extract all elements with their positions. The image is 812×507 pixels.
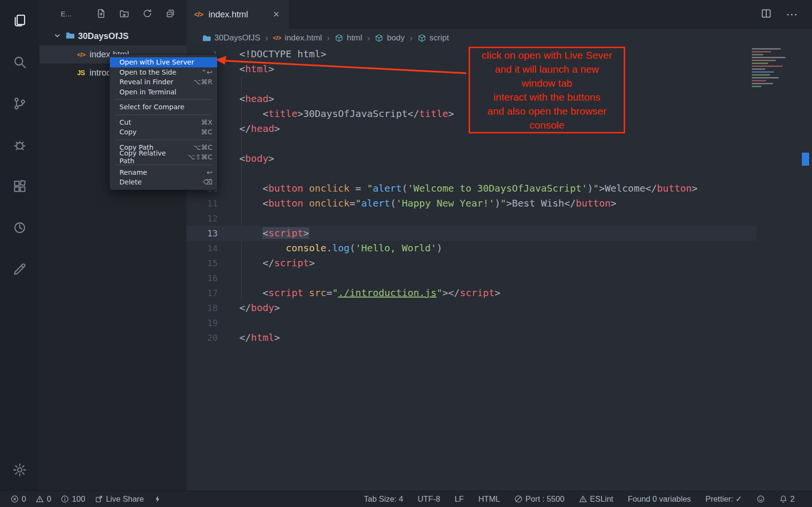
- code-line-9[interactable]: 9: [186, 166, 757, 181]
- collapse-all-icon[interactable]: [165, 8, 176, 19]
- code-line-13[interactable]: 13 <script>: [186, 226, 757, 241]
- minimap[interactable]: [752, 48, 798, 89]
- folder-row-30daysofjs[interactable]: 30DaysOfJS: [39, 27, 186, 45]
- status-item-live-share[interactable]: Live Share: [95, 494, 144, 504]
- extensions-icon[interactable]: [0, 166, 39, 207]
- menu-item-open-with-live-server[interactable]: Open with Live Server: [110, 57, 217, 67]
- timeline-icon[interactable]: [0, 207, 39, 248]
- menu-separator: [115, 99, 212, 100]
- minimap-line: [752, 60, 776, 61]
- code-line-14[interactable]: 14 console.log('Hello, World'): [186, 241, 757, 256]
- code-text: <button onclick = "alert('Welcome to 30D…: [218, 181, 697, 196]
- split-editor-icon[interactable]: [761, 8, 772, 21]
- code-line-12[interactable]: 12: [186, 211, 757, 226]
- menu-item-shortcut: ⌥⇧⌘C: [187, 153, 212, 161]
- line-number: 18: [186, 300, 218, 315]
- settings-gear-icon[interactable]: [0, 449, 39, 491]
- status-item-lf[interactable]: LF: [455, 494, 464, 504]
- files-icon[interactable]: [0, 0, 39, 41]
- code-line-19[interactable]: 19: [186, 315, 757, 330]
- menu-item-copy[interactable]: Copy⌘C: [110, 127, 217, 137]
- menu-item-select-for-compare[interactable]: Select for Compare: [110, 102, 217, 112]
- breadcrumb-item-index-html[interactable]: </>index.html: [273, 33, 322, 43]
- code-text: </head>: [218, 121, 280, 136]
- menu-item-open-to-the-side[interactable]: Open to the Side⌃↩: [110, 67, 217, 78]
- menu-item-shortcut: ⌘X: [201, 118, 212, 126]
- status-label: 2: [790, 494, 795, 504]
- menu-item-rename[interactable]: Rename↩: [110, 168, 217, 178]
- breadcrumb-label: html: [347, 33, 362, 43]
- status-item-utf-8[interactable]: UTF-8: [418, 494, 440, 504]
- code-text: <html>: [218, 62, 274, 77]
- menu-item-shortcut: ⌫: [203, 178, 212, 186]
- status-item-eslint[interactable]: ESLint: [579, 494, 614, 504]
- warning-icon: [579, 495, 587, 503]
- breadcrumb-item-30daysofjs[interactable]: 30DaysOfJS: [202, 33, 260, 43]
- minimap-line: [752, 51, 771, 52]
- code-line-10[interactable]: 10 <button onclick = "alert('Welcome to …: [186, 181, 757, 196]
- line-number: 20: [186, 330, 218, 345]
- tab-label: index.html: [209, 10, 248, 20]
- status-label: 0: [22, 494, 26, 504]
- new-folder-icon[interactable]: [119, 8, 130, 19]
- refresh-icon[interactable]: [142, 8, 153, 19]
- feedback-icon[interactable]: [0, 248, 39, 290]
- code-line-15[interactable]: 15 </script>: [186, 256, 757, 271]
- cube-icon: [418, 34, 426, 42]
- status-item-0[interactable]: 0: [36, 494, 51, 504]
- breadcrumb-item-body[interactable]: body: [375, 33, 405, 43]
- code-text: [218, 271, 239, 286]
- code-line-11[interactable]: 11 <button onclick="alert('Happy New Yea…: [186, 196, 757, 211]
- js-file-icon: JS: [77, 69, 90, 77]
- code-line-17[interactable]: 17 <script src="./introduction.js"></scr…: [186, 286, 757, 300]
- code-text: [218, 315, 239, 330]
- status-item-bolt[interactable]: [154, 495, 162, 503]
- menu-item-delete[interactable]: Delete⌫: [110, 177, 217, 187]
- breadcrumb-item-html[interactable]: html: [335, 33, 362, 43]
- breadcrumb-label: script: [430, 33, 449, 43]
- status-item-smiley[interactable]: [757, 495, 765, 503]
- status-label: HTML: [478, 494, 500, 504]
- minimap-line: [752, 71, 774, 73]
- code-line-7[interactable]: 7: [186, 136, 757, 151]
- search-icon[interactable]: [0, 41, 39, 83]
- status-label: Port : 5500: [525, 494, 564, 504]
- code-text: <body>: [218, 151, 274, 166]
- menu-item-cut[interactable]: Cut⌘X: [110, 117, 217, 128]
- menu-item-open-in-terminal[interactable]: Open in Terminal: [110, 87, 217, 97]
- minimap-line: [752, 68, 765, 70]
- status-item-html[interactable]: HTML: [478, 494, 500, 504]
- annotation-line: console: [529, 118, 564, 132]
- minimap-line: [752, 83, 773, 84]
- menu-item-label: Copy Relative Path: [119, 149, 179, 165]
- status-item-tab-size-4[interactable]: Tab Size: 4: [364, 494, 404, 504]
- source-control-icon[interactable]: [0, 83, 39, 124]
- status-item-2[interactable]: 2: [779, 494, 795, 504]
- code-line-8[interactable]: 8<body>: [186, 151, 757, 166]
- menu-item-reveal-in-finder[interactable]: Reveal in Finder⌥⌘R: [110, 77, 217, 87]
- close-tab-icon[interactable]: ×: [271, 8, 281, 21]
- menu-item-label: Open to the Side: [119, 68, 176, 76]
- new-file-icon[interactable]: [96, 8, 106, 19]
- status-item-port-5500[interactable]: Port : 5500: [514, 494, 564, 504]
- menu-item-label: Open in Terminal: [119, 88, 176, 96]
- menu-item-copy-relative-path[interactable]: Copy Relative Path⌥⇧⌘C: [110, 152, 217, 162]
- annotation-line: and also open the browser: [487, 104, 607, 118]
- status-item-found-0-variables[interactable]: Found 0 variables: [628, 494, 691, 504]
- code-line-16[interactable]: 16: [186, 271, 757, 286]
- menu-separator: [115, 140, 212, 140]
- breadcrumb-item-script[interactable]: script: [418, 33, 449, 43]
- code-line-18[interactable]: 18</body>: [186, 300, 757, 315]
- debug-icon[interactable]: [0, 124, 39, 166]
- tab-index-html[interactable]: </> index.html ×: [186, 0, 289, 29]
- code-text: </html>: [218, 330, 280, 345]
- status-item-0[interactable]: 0: [11, 494, 26, 504]
- cube-icon: [335, 34, 343, 42]
- more-actions-icon[interactable]: ⋯: [786, 8, 799, 21]
- status-item-prettier[interactable]: Prettier: ✓: [706, 494, 742, 504]
- status-item-100[interactable]: 100: [61, 494, 85, 504]
- code-line-20[interactable]: 20</html>: [186, 330, 757, 345]
- breadcrumb-label: body: [387, 33, 405, 43]
- chevron-right-icon: ›: [367, 33, 370, 43]
- minimap-line: [752, 77, 779, 78]
